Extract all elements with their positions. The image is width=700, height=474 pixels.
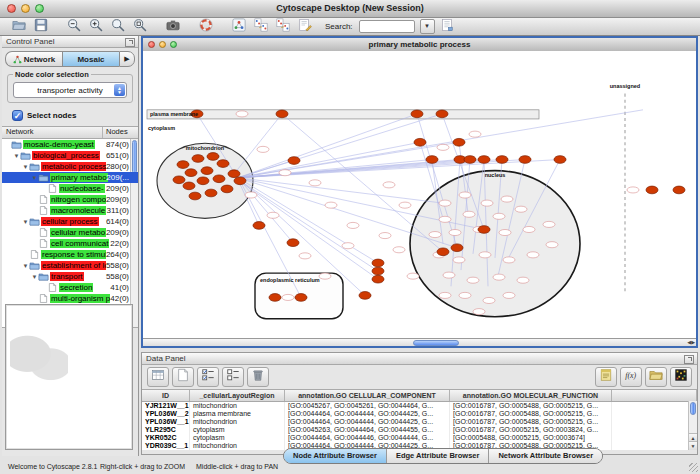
graph-node[interactable] xyxy=(414,138,426,146)
graph-node-unselected[interactable] xyxy=(449,229,461,235)
network-canvas[interactable]: plasma membranecytoplasmmitochondrionnuc… xyxy=(143,51,696,338)
resize-grip-icon[interactable] xyxy=(689,463,698,472)
graph-node[interactable] xyxy=(173,176,185,184)
graph-node-unselected[interactable] xyxy=(503,292,515,298)
graph-node-unselected[interactable] xyxy=(515,206,527,212)
graph-node[interactable] xyxy=(205,189,217,197)
graph-node-unselected[interactable] xyxy=(627,187,639,193)
graph-node-unselected[interactable] xyxy=(463,211,475,217)
graph-edge[interactable] xyxy=(238,178,378,263)
open-folder-button[interactable] xyxy=(9,19,28,35)
graph-node-unselected[interactable] xyxy=(399,202,411,208)
tree-item-cellular-process[interactable]: ▼cellular process614(0) xyxy=(2,216,138,227)
select-nodes-checkbox[interactable]: ✓ xyxy=(12,110,23,121)
graph-node-unselected[interactable] xyxy=(443,272,455,278)
close-view-button[interactable] xyxy=(148,41,155,48)
zoom-out-button[interactable] xyxy=(64,19,83,35)
graph-node-unselected[interactable] xyxy=(379,233,391,239)
tree-item-establishment-of-lo[interactable]: ▼establishment of lo558(0) xyxy=(2,260,138,271)
search-options-dropdown[interactable]: ▼ xyxy=(420,19,435,34)
node-color-dropdown[interactable]: transporter activity ▲▼ xyxy=(13,82,127,98)
zoom-view-button[interactable] xyxy=(170,41,177,48)
delete-attribute-button[interactable] xyxy=(247,367,269,387)
graph-node-unselected[interactable] xyxy=(393,247,405,253)
graph-node-unselected[interactable] xyxy=(342,243,354,249)
tree-header-network[interactable]: Network xyxy=(2,127,103,138)
table-scrollbar[interactable]: ▲ ▼ xyxy=(688,401,697,450)
graph-node[interactable] xyxy=(372,275,384,283)
zoom-window-button[interactable] xyxy=(35,4,44,13)
disclosure-triangle-icon[interactable]: ▼ xyxy=(13,153,20,159)
unselect-attributes-button[interactable] xyxy=(222,367,244,387)
graph-node[interactable] xyxy=(207,153,219,161)
tab-edge-attribute-browser[interactable]: Edge Attribute Browser xyxy=(387,449,489,463)
graph-node-unselected[interactable] xyxy=(299,253,311,259)
column-header-ID[interactable]: ID xyxy=(142,390,190,401)
graph-node[interactable] xyxy=(234,177,246,185)
table-row[interactable]: YPL036W__2plasma membrane[GO:0044464, GO… xyxy=(142,410,697,418)
graph-node[interactable] xyxy=(451,244,463,252)
help-button[interactable] xyxy=(196,19,215,35)
graph-node-unselected[interactable] xyxy=(437,144,449,150)
graph-node-unselected[interactable] xyxy=(503,257,515,263)
float-panel-icon[interactable] xyxy=(125,38,135,47)
attr-table-button[interactable] xyxy=(147,367,169,387)
graph-node-unselected[interactable] xyxy=(459,192,471,198)
tab-node-attribute-browser[interactable]: Node Attribute Browser xyxy=(284,449,387,463)
graph-node-unselected[interactable] xyxy=(473,309,485,315)
new-attribute-button[interactable] xyxy=(172,367,194,387)
graph-node[interactable] xyxy=(295,294,307,302)
zoom-fit-button[interactable] xyxy=(108,19,127,35)
column-header-_cellularLayoutRegion[interactable]: _cellularLayoutRegion xyxy=(190,390,285,401)
graph-node[interactable] xyxy=(287,239,299,247)
graph-node-unselected[interactable] xyxy=(439,292,451,298)
more-tabs-button[interactable]: ▶ xyxy=(119,51,135,67)
graph-node-unselected[interactable] xyxy=(236,111,248,117)
annotation-button[interactable] xyxy=(295,19,314,35)
graph-node[interactable] xyxy=(646,186,658,194)
search-input[interactable] xyxy=(359,20,415,33)
tree-item-nitrogen-compo[interactable]: nitrogen compo209(0) xyxy=(2,194,138,205)
tree-item-cell-communicat[interactable]: cell communicat22(0) xyxy=(2,238,138,249)
graph-node-unselected[interactable] xyxy=(439,216,451,222)
zoom-selected-button[interactable] xyxy=(130,19,149,35)
graph-node-unselected[interactable] xyxy=(282,294,294,300)
hscroll-thumb[interactable] xyxy=(413,340,459,346)
graph-node-unselected[interactable] xyxy=(467,277,479,283)
graph-node-unselected[interactable] xyxy=(439,200,451,206)
graph-node[interactable] xyxy=(197,177,209,185)
zoom-in-button[interactable] xyxy=(86,19,105,35)
column-header-annotation.GO MOLECULAR_FUNCTION[interactable]: annotation.GO MOLECULAR_FUNCTION xyxy=(450,390,612,401)
graph-node-unselected[interactable] xyxy=(546,242,558,248)
tree-header-nodes[interactable]: Nodes xyxy=(103,127,138,138)
graph-node[interactable] xyxy=(411,110,423,118)
graph-node[interactable] xyxy=(464,156,476,164)
select-attributes-button[interactable] xyxy=(197,367,219,387)
graph-node[interactable] xyxy=(192,155,204,163)
graph-node[interactable] xyxy=(372,267,384,275)
graph-node-unselected[interactable] xyxy=(543,221,555,227)
graph-node-unselected[interactable] xyxy=(279,170,291,176)
table-scroll-thumb[interactable] xyxy=(690,402,696,415)
graph-node[interactable] xyxy=(554,156,566,164)
graph-node[interactable] xyxy=(217,160,229,168)
graph-node-unselected[interactable] xyxy=(245,192,257,198)
tree-item-macromolecule[interactable]: macromolecule311(0) xyxy=(2,205,138,216)
tree-item-biological-process[interactable]: ▼biological_process651(0) xyxy=(2,150,138,161)
tree-item-secretion[interactable]: secretion41(0) xyxy=(2,282,138,293)
tree-item-metabolic-process[interactable]: ▼metabolic process280(0) xyxy=(2,161,138,172)
graph-edge[interactable] xyxy=(282,114,443,252)
table-row[interactable]: YPL036W__1mitochondrion[GO:0044464, GO:0… xyxy=(142,418,697,426)
graph-node[interactable] xyxy=(519,156,531,164)
graph-node[interactable] xyxy=(453,138,465,146)
matrix-button[interactable] xyxy=(670,367,692,387)
tab-network[interactable]: Network xyxy=(5,51,62,67)
graph-node[interactable] xyxy=(276,110,288,118)
graph-edge[interactable] xyxy=(238,110,643,178)
graph-node[interactable] xyxy=(673,186,685,194)
tree-item-response-to-stimulu[interactable]: response to stimulu264(0) xyxy=(2,249,138,260)
column-header-spacer[interactable] xyxy=(612,390,697,401)
tree-item-multi-organism-pro[interactable]: multi-organism pro42(0) xyxy=(2,293,138,304)
notes-button[interactable] xyxy=(595,367,617,387)
graph-node[interactable] xyxy=(185,169,197,177)
